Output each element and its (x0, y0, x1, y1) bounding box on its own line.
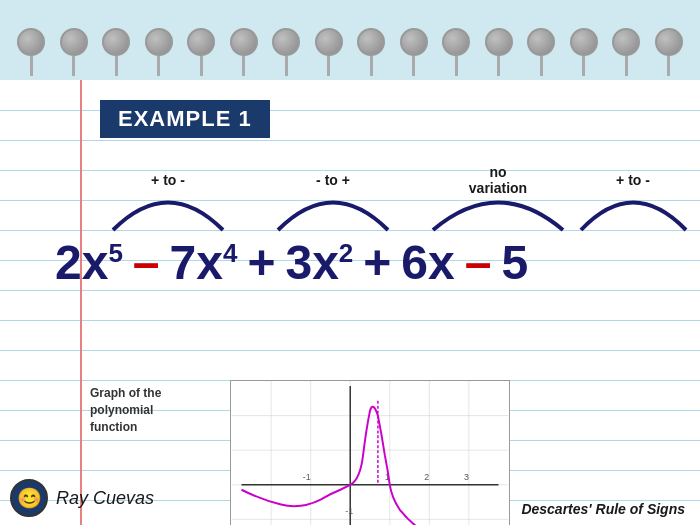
lollipop (612, 28, 640, 76)
lollipop (485, 28, 513, 76)
svg-text:3: 3 (464, 472, 469, 482)
svg-text:2: 2 (424, 472, 429, 482)
lollipop (357, 28, 385, 76)
graph-container: -1 1 2 3 -1 (230, 380, 510, 525)
svg-text:- to +: - to + (316, 172, 350, 188)
term-7x4: 7x4 (170, 235, 238, 290)
author-name: Ray Cuevas (56, 488, 154, 509)
avatar: 😊 (10, 479, 48, 517)
operator-minus2: – (465, 235, 492, 290)
graph-svg: -1 1 2 3 -1 (231, 381, 509, 525)
svg-text:variation: variation (469, 180, 527, 196)
lollipop (17, 28, 45, 76)
operator-plus2: + (363, 235, 391, 290)
svg-text:+ to -: + to - (151, 172, 185, 188)
lollipop (102, 28, 130, 76)
arcs-svg: + to - - to + no variation + to - (58, 165, 698, 240)
svg-text:no: no (489, 165, 506, 180)
lollipop (187, 28, 215, 76)
bottom-credits: 😊 Ray Cuevas (10, 479, 154, 517)
lollipop (570, 28, 598, 76)
lollipop (442, 28, 470, 76)
example-badge: EXAMPLE 1 (100, 100, 270, 138)
lollipop (272, 28, 300, 76)
top-decoration (0, 0, 700, 80)
lollipop (655, 28, 683, 76)
polynomial-expression: 2x5 – 7x4 + 3x2 + 6x – 5 (55, 235, 528, 290)
svg-text:+ to -: + to - (616, 172, 650, 188)
operator-plus1: + (247, 235, 275, 290)
operator-minus1: – (133, 235, 160, 290)
svg-text:-1: -1 (345, 506, 353, 516)
lollipop (400, 28, 428, 76)
svg-text:-1: -1 (303, 472, 311, 482)
content: EXAMPLE 1 + to - - to + no variation + t… (0, 80, 700, 525)
lollipop (145, 28, 173, 76)
lollipop (230, 28, 258, 76)
footer-rule: Descartes' Rule of Signs (521, 501, 685, 517)
lollipop (527, 28, 555, 76)
term-5: 5 (501, 235, 528, 290)
graph-label: Graph of the polynomial function (90, 385, 220, 435)
lollipop (60, 28, 88, 76)
lollipop (315, 28, 343, 76)
term-6x: 6x (401, 235, 454, 290)
main-container: EXAMPLE 1 + to - - to + no variation + t… (0, 0, 700, 525)
term-3x2: 3x2 (285, 235, 353, 290)
term-2x5: 2x5 (55, 235, 123, 290)
